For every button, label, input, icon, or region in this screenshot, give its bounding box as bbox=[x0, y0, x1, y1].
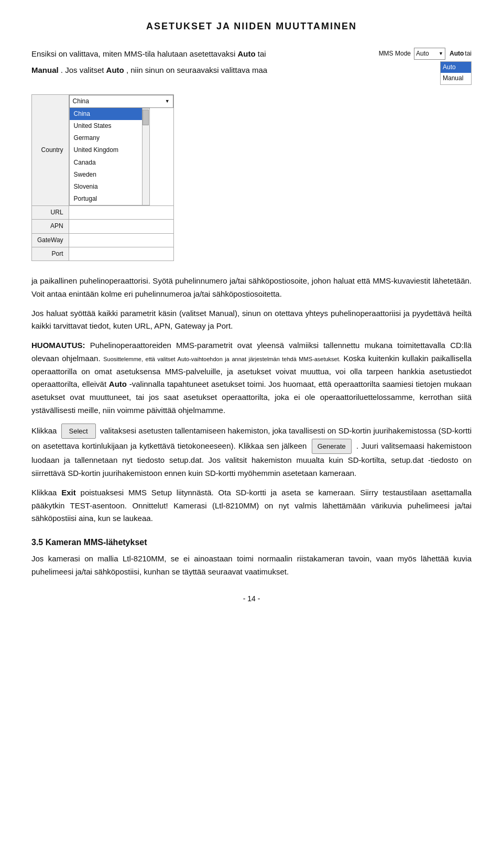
intro-text-4: . Jos valitset bbox=[61, 66, 104, 74]
mms-mode-widget: MMS Mode Auto ▼ Auto tai Auto Manual bbox=[379, 48, 472, 85]
para-ja-paikallinen: ja paikallinen puhelinoperaattorisi. Syö… bbox=[31, 275, 472, 301]
mms-option-manual[interactable]: Manual bbox=[441, 73, 471, 84]
gateway-field[interactable] bbox=[69, 233, 173, 247]
port-label: Port bbox=[32, 247, 69, 261]
intro-auto-bold: Auto bbox=[238, 49, 256, 58]
intro-text-6: , niin sinun on seuraavaksi valittava ma… bbox=[126, 66, 267, 74]
country-item-china[interactable]: China bbox=[70, 108, 142, 120]
mms-mode-arrow: ▼ bbox=[439, 50, 443, 57]
mms-option-auto[interactable]: Auto bbox=[441, 62, 471, 73]
mms-options-box: Auto Manual bbox=[440, 61, 472, 84]
page-number: - 14 - bbox=[31, 594, 472, 603]
country-item-us[interactable]: United States bbox=[70, 120, 142, 132]
port-field[interactable] bbox=[69, 247, 173, 261]
exit-bold: Exit bbox=[61, 488, 76, 497]
apn-label: APN bbox=[32, 220, 69, 233]
country-dropdown-arrow: ▼ bbox=[165, 97, 170, 105]
intro-text-1: Ensiksi on valittava, miten MMS-tila hal… bbox=[31, 49, 235, 58]
intro-text-tai: tai bbox=[258, 49, 266, 58]
klikkaa-select-text1: Klikkaa bbox=[31, 426, 57, 435]
klikkaa-exit-text2: poistuaksesi MMS Setup liitynnästä. Ota … bbox=[31, 488, 472, 523]
auto-tai-label: Auto bbox=[450, 49, 464, 59]
country-item-germany[interactable]: Germany bbox=[70, 132, 142, 144]
country-value: China bbox=[73, 96, 89, 106]
country-item-uk[interactable]: United Kingdom bbox=[70, 144, 142, 156]
country-field: China ▼ China United States Germany Unit… bbox=[69, 94, 173, 206]
mms-mode-label: MMS Mode bbox=[379, 49, 411, 59]
mms-mode-dropdown[interactable]: Auto ▼ bbox=[414, 48, 445, 60]
klikkaa-exit-text1: Klikkaa bbox=[31, 488, 57, 497]
country-table: Country China ▼ China United States bbox=[31, 94, 174, 261]
para-jos-haluat: Jos haluat syöttää kaikki parametrit käs… bbox=[31, 307, 472, 333]
gateway-label: GateWay bbox=[32, 233, 69, 247]
url-field[interactable] bbox=[69, 206, 173, 220]
intro-manual-bold: Manual bbox=[31, 66, 59, 74]
section-heading-3-5: 3.5 Kameran MMS-lähetykset bbox=[31, 538, 472, 547]
url-label: URL bbox=[32, 206, 69, 220]
para-section-3-5: Jos kamerasi on mallia Ltl-8210MM, se ei… bbox=[31, 552, 472, 579]
scrollbar-thumb bbox=[143, 110, 149, 125]
country-scrollbar[interactable] bbox=[143, 108, 150, 206]
apn-field[interactable] bbox=[69, 220, 173, 233]
para-klikkaa-select: Klikkaa Select valitaksesi asetusten tal… bbox=[31, 424, 472, 480]
country-dropdown-list: China United States Germany United Kingd… bbox=[69, 108, 173, 206]
country-label: Country bbox=[32, 94, 69, 206]
select-button[interactable]: Select bbox=[61, 424, 96, 439]
country-item-canada[interactable]: Canada bbox=[70, 157, 142, 169]
page-title: ASETUKSET JA NIIDEN MUUTTAMINEN bbox=[31, 21, 472, 32]
generate-button[interactable]: Generate bbox=[312, 439, 352, 454]
para-klikkaa-exit: Klikkaa Exit poistuaksesi MMS Setup liit… bbox=[31, 486, 472, 525]
suosittelemme-text: Suosittelemme, että valitset Auto-vaihto… bbox=[103, 356, 341, 362]
auto-bold2: Auto bbox=[109, 379, 127, 388]
country-item-slovenia[interactable]: Slovenia bbox=[70, 181, 142, 193]
para-huomautus: HUOMAUTUS: Puhelinoperaattoreiden MMS-pa… bbox=[31, 339, 472, 417]
intro-auto2: Auto bbox=[106, 66, 124, 74]
country-block: Country China ▼ China United States bbox=[31, 90, 472, 265]
country-item-sweden[interactable]: Sweden bbox=[70, 169, 142, 181]
country-select-box[interactable]: China ▼ bbox=[69, 95, 173, 108]
country-item-portugal[interactable]: Portugal bbox=[70, 193, 142, 205]
huomautus-label: HUOMAUTUS: bbox=[31, 341, 85, 350]
mms-mode-value: Auto bbox=[416, 49, 429, 59]
tai-label: tai bbox=[465, 49, 472, 59]
country-items: China United States Germany United Kingd… bbox=[69, 108, 143, 206]
